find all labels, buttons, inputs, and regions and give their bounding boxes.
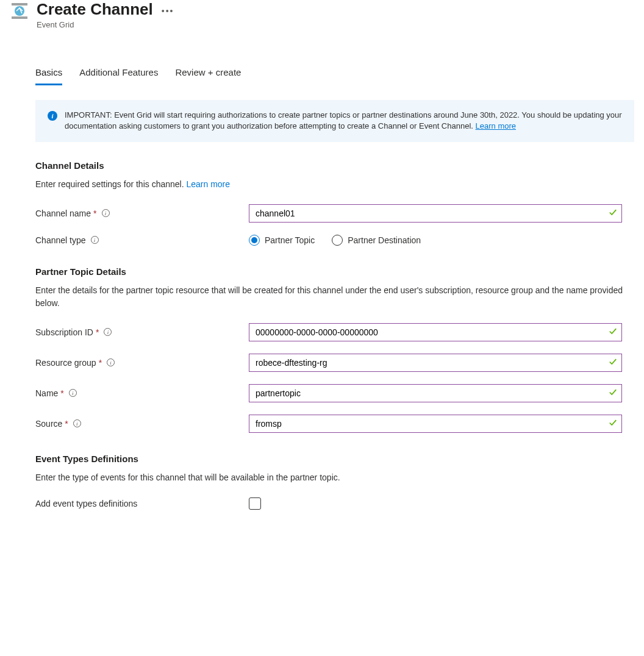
required-indicator: * <box>60 388 63 398</box>
radio-circle-checked-icon <box>249 235 260 246</box>
tab-additional-features[interactable]: Additional Features <box>79 63 158 85</box>
event-types-title: Event Types Definitions <box>35 454 634 464</box>
channel-details-title: Channel Details <box>35 160 634 171</box>
page-subtitle: Event Grid <box>37 20 153 29</box>
info-circle-icon[interactable]: i <box>69 389 77 397</box>
check-icon <box>609 327 617 337</box>
info-circle-icon[interactable]: i <box>107 358 115 366</box>
partner-topic-desc: Enter the details for the partner topic … <box>35 284 634 310</box>
channel-details-desc: Enter required settings for this channel… <box>35 178 634 191</box>
partner-topic-title: Partner Topic Details <box>35 266 634 277</box>
banner-learn-more-link[interactable]: Learn more <box>476 121 516 130</box>
radio-partner-topic-label: Partner Topic <box>265 235 315 245</box>
radio-partner-destination-label: Partner Destination <box>348 235 421 245</box>
required-indicator: * <box>96 327 99 337</box>
channel-name-input[interactable] <box>249 204 622 223</box>
required-indicator: * <box>65 419 68 429</box>
source-label: Source * i <box>35 419 249 429</box>
required-indicator: * <box>99 358 102 368</box>
svg-rect-1 <box>12 16 27 19</box>
tab-basics[interactable]: Basics <box>35 63 62 85</box>
info-circle-icon[interactable]: i <box>91 236 99 244</box>
required-indicator: * <box>93 209 96 218</box>
channel-details-learn-more-link[interactable]: Learn more <box>186 179 230 189</box>
add-event-types-checkbox[interactable] <box>249 497 261 510</box>
resource-group-label: Resource group * i <box>35 358 249 368</box>
channel-name-label: Channel name * i <box>35 209 249 218</box>
more-actions-button[interactable]: ••• <box>162 6 174 16</box>
banner-message: IMPORTANT: Event Grid will start requiri… <box>65 110 622 130</box>
name-label: Name * i <box>35 388 249 398</box>
check-icon <box>609 357 617 368</box>
section-channel-details: Channel Details Enter required settings … <box>35 160 634 246</box>
section-partner-topic-details: Partner Topic Details Enter the details … <box>35 266 634 433</box>
channel-type-label: Channel type i <box>35 235 249 245</box>
channel-type-radio-group: Partner Topic Partner Destination <box>249 235 421 246</box>
info-circle-icon[interactable]: i <box>102 209 110 217</box>
info-banner: i IMPORTANT: Event Grid will start requi… <box>35 100 634 141</box>
add-event-types-label: Add event types definitions <box>35 499 249 508</box>
event-grid-icon <box>10 1 29 21</box>
radio-partner-destination[interactable]: Partner Destination <box>332 235 421 246</box>
channel-details-desc-text: Enter required settings for this channel… <box>35 179 186 189</box>
check-icon <box>609 208 617 218</box>
source-input[interactable] <box>249 415 622 433</box>
tabs-container: Basics Additional Features Review + crea… <box>35 63 634 85</box>
check-icon <box>609 388 617 398</box>
page-title: Create Channel <box>37 0 153 19</box>
info-circle-icon[interactable]: i <box>73 419 81 427</box>
subscription-id-label: Subscription ID * i <box>35 327 249 337</box>
resource-group-input[interactable] <box>249 354 622 372</box>
name-input[interactable] <box>249 384 622 402</box>
subscription-id-input[interactable] <box>249 323 622 341</box>
tab-review-create[interactable]: Review + create <box>175 63 241 85</box>
info-circle-icon[interactable]: i <box>104 328 112 336</box>
radio-partner-topic[interactable]: Partner Topic <box>249 235 315 246</box>
check-icon <box>609 418 617 429</box>
event-types-desc: Enter the type of events for this channe… <box>35 471 634 484</box>
svg-rect-0 <box>12 3 27 5</box>
info-text: IMPORTANT: Event Grid will start requiri… <box>65 110 622 132</box>
radio-circle-unchecked-icon <box>332 235 343 246</box>
section-event-types: Event Types Definitions Enter the type o… <box>35 454 634 510</box>
info-icon: i <box>48 111 57 121</box>
page-header: Create Channel Event Grid ••• <box>10 0 634 41</box>
